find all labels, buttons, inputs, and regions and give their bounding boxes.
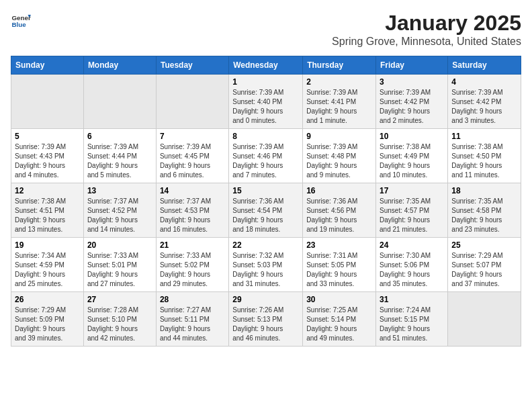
day-number: 26 [15,295,80,304]
day-number: 7 [160,132,225,141]
calendar-cell: 25Sunrise: 7:29 AMSunset: 5:07 PMDayligh… [448,238,521,292]
week-row-2: 5Sunrise: 7:39 AMSunset: 4:43 PMDaylight… [11,129,521,183]
calendar-cell: 19Sunrise: 7:34 AMSunset: 4:59 PMDayligh… [11,238,84,292]
day-info: Sunrise: 7:39 AMSunset: 4:48 PMDaylight:… [306,142,372,180]
day-info: Sunrise: 7:38 AMSunset: 4:50 PMDaylight:… [451,142,517,180]
day-number: 20 [87,240,152,250]
day-info: Sunrise: 7:39 AMSunset: 4:41 PMDaylight:… [306,88,372,126]
day-info: Sunrise: 7:38 AMSunset: 4:49 PMDaylight:… [380,142,444,180]
day-info: Sunrise: 7:35 AMSunset: 4:58 PMDaylight:… [451,197,517,234]
calendar-cell: 11Sunrise: 7:38 AMSunset: 4:50 PMDayligh… [448,129,521,183]
calendar-cell: 16Sunrise: 7:36 AMSunset: 4:56 PMDayligh… [303,183,376,238]
calendar-cell [156,75,228,129]
calendar-cell: 10Sunrise: 7:38 AMSunset: 4:49 PMDayligh… [376,129,448,183]
day-info: Sunrise: 7:39 AMSunset: 4:42 PMDaylight:… [451,88,517,126]
day-info: Sunrise: 7:39 AMSunset: 4:43 PMDaylight:… [15,142,80,180]
calendar-cell [448,292,521,347]
calendar-cell: 22Sunrise: 7:32 AMSunset: 5:03 PMDayligh… [229,238,303,292]
day-info: Sunrise: 7:36 AMSunset: 4:54 PMDaylight:… [232,197,299,234]
day-info: Sunrise: 7:25 AMSunset: 5:14 PMDaylight:… [306,306,372,343]
header-day-thursday: Thursday [303,56,376,75]
week-row-5: 26Sunrise: 7:29 AMSunset: 5:09 PMDayligh… [11,292,521,347]
title-area: January 2025 Spring Grove, Minnesota, Un… [332,11,521,48]
calendar-cell: 9Sunrise: 7:39 AMSunset: 4:48 PMDaylight… [303,129,376,183]
day-number: 19 [15,240,80,250]
day-info: Sunrise: 7:38 AMSunset: 4:51 PMDaylight:… [15,197,80,234]
day-info: Sunrise: 7:28 AMSunset: 5:10 PMDaylight:… [87,306,152,343]
calendar-cell: 4Sunrise: 7:39 AMSunset: 4:42 PMDaylight… [448,75,521,129]
day-number: 18 [451,186,517,195]
day-info: Sunrise: 7:30 AMSunset: 5:06 PMDaylight:… [380,251,444,289]
svg-text:Blue: Blue [12,21,27,28]
day-number: 5 [15,132,80,141]
calendar-cell: 7Sunrise: 7:39 AMSunset: 4:45 PMDaylight… [156,129,228,183]
day-number: 8 [232,132,299,141]
day-number: 13 [87,186,152,195]
day-info: Sunrise: 7:35 AMSunset: 4:57 PMDaylight:… [380,197,444,234]
day-info: Sunrise: 7:27 AMSunset: 5:11 PMDaylight:… [160,306,225,343]
calendar-cell: 6Sunrise: 7:39 AMSunset: 4:44 PMDaylight… [83,129,156,183]
calendar-cell: 2Sunrise: 7:39 AMSunset: 4:41 PMDaylight… [303,75,376,129]
day-number: 9 [306,132,372,141]
calendar-cell: 20Sunrise: 7:33 AMSunset: 5:01 PMDayligh… [83,238,156,292]
header-day-sunday: Sunday [11,56,84,75]
calendar-cell: 5Sunrise: 7:39 AMSunset: 4:43 PMDaylight… [11,129,84,183]
calendar-cell: 21Sunrise: 7:33 AMSunset: 5:02 PMDayligh… [156,238,228,292]
calendar-cell: 26Sunrise: 7:29 AMSunset: 5:09 PMDayligh… [11,292,84,347]
day-info: Sunrise: 7:39 AMSunset: 4:40 PMDaylight:… [232,88,299,126]
calendar-cell: 13Sunrise: 7:37 AMSunset: 4:52 PMDayligh… [83,183,156,238]
day-info: Sunrise: 7:34 AMSunset: 4:59 PMDaylight:… [15,251,80,289]
day-number: 10 [380,132,444,141]
week-row-4: 19Sunrise: 7:34 AMSunset: 4:59 PMDayligh… [11,238,521,292]
day-number: 23 [306,240,372,250]
header-day-friday: Friday [376,56,448,75]
day-info: Sunrise: 7:29 AMSunset: 5:07 PMDaylight:… [451,251,517,289]
logo: General Blue [11,11,31,31]
day-number: 29 [232,295,299,304]
day-number: 6 [87,132,152,141]
header-day-monday: Monday [83,56,156,75]
calendar-cell: 18Sunrise: 7:35 AMSunset: 4:58 PMDayligh… [448,183,521,238]
day-number: 15 [232,186,299,195]
header-row: SundayMondayTuesdayWednesdayThursdayFrid… [11,56,521,75]
day-info: Sunrise: 7:24 AMSunset: 5:15 PMDaylight:… [380,306,444,343]
day-number: 22 [232,240,299,250]
day-number: 21 [160,240,225,250]
header-day-saturday: Saturday [448,56,521,75]
day-info: Sunrise: 7:37 AMSunset: 4:52 PMDaylight:… [87,197,152,234]
day-info: Sunrise: 7:29 AMSunset: 5:09 PMDaylight:… [15,306,80,343]
calendar-cell: 12Sunrise: 7:38 AMSunset: 4:51 PMDayligh… [11,183,84,238]
week-row-3: 12Sunrise: 7:38 AMSunset: 4:51 PMDayligh… [11,183,521,238]
day-info: Sunrise: 7:33 AMSunset: 5:02 PMDaylight:… [160,251,225,289]
subtitle: Spring Grove, Minnesota, United States [332,36,521,48]
header-day-wednesday: Wednesday [229,56,303,75]
calendar-cell: 15Sunrise: 7:36 AMSunset: 4:54 PMDayligh… [229,183,303,238]
logo-icon: General Blue [11,11,31,31]
day-number: 28 [160,295,225,304]
day-info: Sunrise: 7:26 AMSunset: 5:13 PMDaylight:… [232,306,299,343]
day-number: 17 [380,186,444,195]
calendar-cell: 31Sunrise: 7:24 AMSunset: 5:15 PMDayligh… [376,292,448,347]
day-number: 12 [15,186,80,195]
day-number: 14 [160,186,225,195]
day-info: Sunrise: 7:39 AMSunset: 4:45 PMDaylight:… [160,142,225,180]
day-number: 16 [306,186,372,195]
day-info: Sunrise: 7:33 AMSunset: 5:01 PMDaylight:… [87,251,152,289]
day-number: 4 [451,77,517,87]
header-day-tuesday: Tuesday [156,56,228,75]
header: General Blue January 2025 Spring Grove, … [11,11,521,48]
main-title: January 2025 [332,11,521,36]
day-info: Sunrise: 7:39 AMSunset: 4:42 PMDaylight:… [380,88,444,126]
calendar-cell: 3Sunrise: 7:39 AMSunset: 4:42 PMDaylight… [376,75,448,129]
day-number: 25 [451,240,517,250]
day-number: 30 [306,295,372,304]
calendar-cell [83,75,156,129]
day-info: Sunrise: 7:32 AMSunset: 5:03 PMDaylight:… [232,251,299,289]
calendar-cell: 27Sunrise: 7:28 AMSunset: 5:10 PMDayligh… [83,292,156,347]
day-number: 24 [380,240,444,250]
calendar-cell: 29Sunrise: 7:26 AMSunset: 5:13 PMDayligh… [229,292,303,347]
calendar-cell: 23Sunrise: 7:31 AMSunset: 5:05 PMDayligh… [303,238,376,292]
day-info: Sunrise: 7:36 AMSunset: 4:56 PMDaylight:… [306,197,372,234]
day-number: 2 [306,77,372,87]
day-info: Sunrise: 7:37 AMSunset: 4:53 PMDaylight:… [160,197,225,234]
